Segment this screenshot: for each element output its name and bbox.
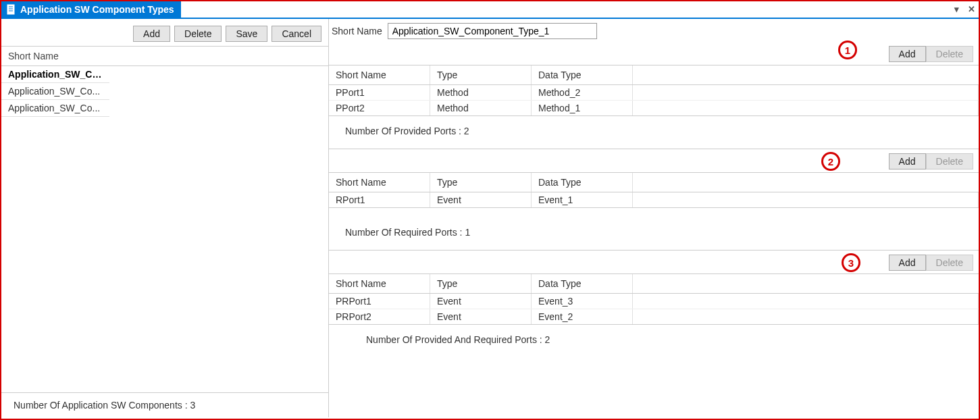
delete-button[interactable]: Delete [926, 153, 973, 169]
section-footer-2: Number Of Required Ports : 1 [329, 208, 979, 250]
cell-shortname: PRPort1 [329, 294, 430, 309]
table-row[interactable]: PPort1 Method Method_2 [329, 85, 979, 100]
col-blank [633, 274, 979, 293]
close-icon[interactable]: ✕ [964, 2, 979, 17]
cell-type: Event [430, 309, 532, 324]
callout-2: 2 [821, 152, 840, 171]
col-shortname: Short Name [329, 173, 430, 192]
table-row[interactable]: Application_SW_Co... [1, 100, 109, 117]
table-row[interactable]: Application_SW_Component_Type_1 [1, 66, 109, 83]
grid-header-3: Short Name Type Data Type [329, 273, 979, 294]
section-footer-1: Number Of Provided Ports : 2 [329, 116, 979, 149]
section-toolbar-3: 3 Add Delete [329, 250, 979, 273]
section-footer-3: Number Of Provided And Required Ports : … [329, 325, 979, 357]
table-row[interactable]: Application_SW_Co... [1, 83, 109, 100]
cell-shortname: RPort1 [329, 192, 430, 207]
shortname-row: Short Name [329, 19, 979, 42]
col-shortname: Short Name [329, 65, 430, 84]
callout-1: 1 [838, 41, 857, 59]
add-button[interactable]: Add [889, 46, 926, 62]
table-row[interactable]: RPort1 Event Event_1 [329, 192, 979, 207]
add-button[interactable]: Add [889, 153, 926, 169]
cell-blank [633, 309, 979, 324]
minimize-icon[interactable]: ▾ [949, 2, 964, 17]
col-shortname: Short Name [329, 274, 430, 293]
svg-rect-0 [7, 5, 14, 14]
col-datatype: Data Type [532, 173, 633, 192]
cell-type: Method [430, 85, 532, 100]
grid-header-1: Short Name Type Data Type [329, 65, 979, 85]
section-toolbar-1: 1 Add Delete [329, 42, 979, 65]
cell-datatype: Method_1 [532, 101, 633, 115]
title-bar: Application SW Component Types ▾ ✕ [1, 1, 979, 19]
cell-type: Event [430, 294, 532, 309]
cell-datatype: Method_2 [532, 85, 633, 100]
left-footer: Number Of Application SW Components : 3 [1, 393, 328, 417]
cell-blank [633, 85, 979, 100]
left-table-header: Short Name [1, 46, 328, 66]
section-toolbar-2: 2 Add Delete [329, 149, 979, 172]
save-button[interactable]: Save [226, 26, 267, 42]
col-blank [633, 173, 979, 192]
table-row[interactable]: PRPort1 Event Event_3 [329, 294, 979, 309]
cell-datatype: Event_2 [532, 309, 633, 324]
window-title-tab: Application SW Component Types [1, 1, 181, 18]
left-pane: Add Delete Save Cancel Short Name Applic… [1, 19, 329, 417]
col-type: Type [430, 65, 532, 84]
cell-datatype: Event_1 [532, 192, 633, 207]
grid-rows-1: PPort1 Method Method_2 PPort2 Method Met… [329, 85, 979, 116]
window-title: Application SW Component Types [20, 4, 174, 15]
grid-header-2: Short Name Type Data Type [329, 172, 979, 192]
callout-3: 3 [842, 253, 860, 272]
document-icon [5, 4, 16, 15]
col-blank [633, 65, 979, 84]
delete-button[interactable]: Delete [926, 255, 973, 271]
cell-datatype: Event_3 [532, 294, 633, 309]
right-pane: Short Name 1 Add Delete Short Name Type … [329, 19, 979, 417]
cell-shortname: PPort2 [329, 101, 430, 115]
table-row[interactable]: PPort2 Method Method_1 [329, 100, 979, 115]
grid-rows-2: RPort1 Event Event_1 [329, 192, 979, 208]
delete-button[interactable]: Delete [174, 26, 222, 42]
shortname-label: Short Name [332, 26, 382, 36]
delete-button[interactable]: Delete [926, 46, 973, 62]
cell-blank [633, 294, 979, 309]
cell-type: Event [430, 192, 532, 207]
add-button[interactable]: Add [133, 26, 170, 42]
shortname-input[interactable] [388, 23, 597, 39]
col-type: Type [430, 173, 532, 192]
col-datatype: Data Type [532, 274, 633, 293]
cell-shortname: PPort1 [329, 85, 430, 100]
cancel-button[interactable]: Cancel [272, 26, 321, 42]
left-table-body: Application_SW_Component_Type_1 Applicat… [1, 66, 328, 393]
col-type: Type [430, 274, 532, 293]
add-button[interactable]: Add [889, 255, 926, 271]
left-toolbar: Add Delete Save Cancel [1, 19, 328, 46]
cell-shortname: PRPort2 [329, 309, 430, 324]
cell-blank [633, 192, 979, 207]
grid-rows-3: PRPort1 Event Event_3 PRPort2 Event Even… [329, 294, 979, 325]
table-row[interactable]: PRPort2 Event Event_2 [329, 309, 979, 324]
col-datatype: Data Type [532, 65, 633, 84]
cell-blank [633, 101, 979, 115]
cell-type: Method [430, 101, 532, 115]
